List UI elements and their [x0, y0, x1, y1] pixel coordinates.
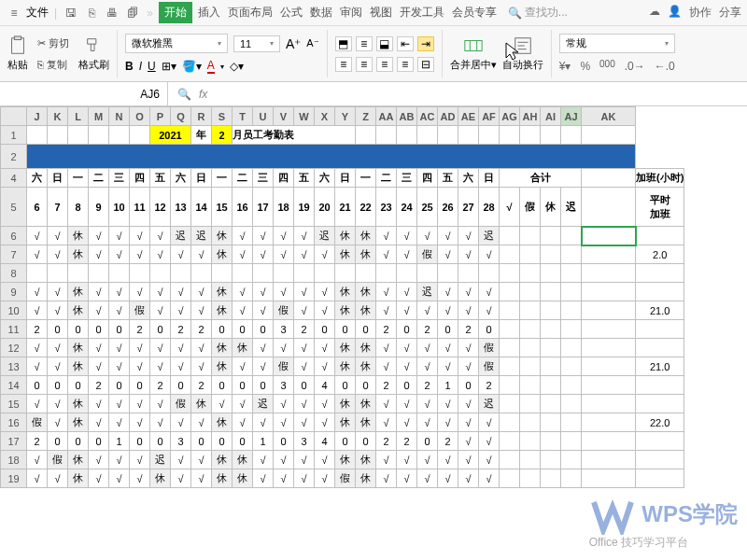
cell[interactable]: 迟	[171, 227, 191, 245]
cell[interactable]	[315, 264, 335, 283]
col-header[interactable]: K	[48, 107, 68, 126]
cell[interactable]: √	[191, 339, 212, 357]
cell[interactable]: √	[171, 413, 191, 432]
collab-label[interactable]: 协作	[689, 5, 712, 21]
cell[interactable]: 21.0	[636, 357, 684, 376]
cell[interactable]: √	[27, 357, 48, 376]
col-header[interactable]: L	[68, 107, 89, 126]
cell[interactable]: 迟	[479, 227, 500, 245]
date-header[interactable]: 迟	[561, 188, 582, 227]
date-header[interactable]: 假	[520, 188, 541, 227]
cell[interactable]	[561, 451, 582, 469]
cell[interactable]: 假	[335, 469, 356, 488]
cell[interactable]	[438, 264, 458, 283]
cell[interactable]	[541, 357, 561, 376]
cell[interactable]: √	[376, 301, 397, 320]
save-icon[interactable]: 🖫	[63, 5, 79, 21]
cell[interactable]: √	[48, 301, 68, 320]
paste-button[interactable]: 粘贴	[7, 35, 28, 72]
title-month[interactable]: 2	[212, 126, 233, 145]
cell[interactable]: √	[376, 245, 397, 264]
cell[interactable]: √	[315, 301, 335, 320]
cell[interactable]: 2	[27, 320, 48, 339]
cell[interactable]: 3	[274, 320, 294, 339]
cell[interactable]	[561, 283, 582, 301]
cell[interactable]: √	[150, 339, 171, 357]
cell[interactable]: 0	[48, 376, 68, 395]
col-header[interactable]: AF	[479, 107, 500, 126]
cell[interactable]: 0	[417, 432, 438, 451]
cell[interactable]: √	[294, 301, 315, 320]
col-header[interactable]: X	[315, 107, 335, 126]
cell[interactable]: √	[294, 357, 315, 376]
cell[interactable]: √	[376, 227, 397, 245]
cell[interactable]: 休	[335, 395, 356, 413]
cell[interactable]: √	[89, 339, 109, 357]
cell[interactable]: √	[253, 339, 274, 357]
cell[interactable]: √	[48, 395, 68, 413]
cell[interactable]: √	[376, 469, 397, 488]
cell[interactable]	[636, 376, 684, 395]
menu-icon[interactable]: ≡	[6, 5, 22, 21]
cell[interactable]: √	[253, 245, 274, 264]
cell[interactable]: 休	[68, 283, 89, 301]
cell[interactable]: √	[150, 413, 171, 432]
cell[interactable]: √	[89, 413, 109, 432]
cell[interactable]: 21.0	[636, 301, 684, 320]
cell[interactable]: 休	[335, 357, 356, 376]
date-header[interactable]: 13	[171, 188, 191, 227]
cell[interactable]: √	[109, 339, 130, 357]
cell[interactable]	[582, 432, 636, 451]
cell[interactable]: √	[171, 339, 191, 357]
cell[interactable]: √	[315, 357, 335, 376]
user-icon[interactable]: 👤	[668, 5, 682, 21]
cell[interactable]	[520, 301, 541, 320]
cell[interactable]	[520, 320, 541, 339]
cell[interactable]: √	[130, 357, 150, 376]
cell[interactable]: √	[27, 301, 48, 320]
date-header[interactable]: 26	[438, 188, 458, 227]
cell[interactable]: √	[376, 395, 397, 413]
cell[interactable]	[561, 395, 582, 413]
cell[interactable]	[582, 357, 636, 376]
cell[interactable]: √	[417, 301, 438, 320]
align-right-button[interactable]: ≡	[376, 57, 393, 72]
cell[interactable]: √	[233, 395, 253, 413]
date-header[interactable]: 6	[27, 188, 48, 227]
cell[interactable]: √	[438, 451, 458, 469]
cell[interactable]: √	[253, 413, 274, 432]
cell[interactable]: 休	[150, 469, 171, 488]
cell[interactable]: √	[191, 451, 212, 469]
cell[interactable]: √	[130, 339, 150, 357]
cell[interactable]: 0	[109, 320, 130, 339]
cell[interactable]: 休	[335, 301, 356, 320]
cell[interactable]: √	[48, 357, 68, 376]
search-box[interactable]: 🔍 查找功...	[508, 5, 568, 21]
cell[interactable]: √	[27, 227, 48, 245]
cell[interactable]: 休	[356, 339, 376, 357]
cell[interactable]: 0	[458, 376, 479, 395]
cell[interactable]: √	[397, 339, 417, 357]
cell[interactable]	[561, 339, 582, 357]
align-center-button[interactable]: ≡	[356, 57, 373, 72]
cell[interactable]: 休	[233, 469, 253, 488]
cell[interactable]: 迟	[253, 395, 274, 413]
cell[interactable]: 休	[212, 357, 233, 376]
cell[interactable]: √	[376, 413, 397, 432]
cell[interactable]: 假	[48, 451, 68, 469]
cell[interactable]: 休	[335, 245, 356, 264]
cell[interactable]: 2	[458, 320, 479, 339]
cell[interactable]: 0	[253, 320, 274, 339]
cell[interactable]	[582, 245, 636, 264]
cell[interactable]: √	[417, 451, 438, 469]
cell[interactable]: 2	[438, 432, 458, 451]
cell[interactable]	[335, 264, 356, 283]
cell[interactable]: √	[397, 357, 417, 376]
cell[interactable]: √	[479, 451, 500, 469]
cell[interactable]: √	[89, 245, 109, 264]
col-header[interactable]: AI	[541, 107, 561, 126]
cell[interactable]: 0	[233, 320, 253, 339]
cell[interactable]: √	[417, 227, 438, 245]
cell[interactable]	[582, 227, 636, 245]
cell[interactable]: √	[458, 283, 479, 301]
